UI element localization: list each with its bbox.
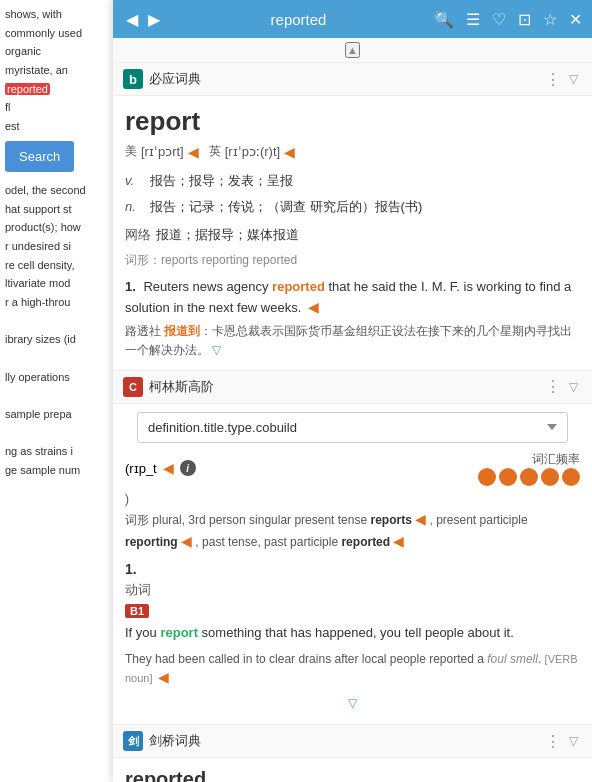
bing-definitions: v. 报告；报导；发表；呈报 n. 报告；记录；传说；（调查 研究后的）报告(书… [125, 168, 580, 248]
close-icon-button[interactable]: ✕ [567, 8, 584, 31]
image-icon-button[interactable]: ⊡ [516, 8, 533, 31]
audio-reported-button[interactable]: ◀ [393, 533, 404, 549]
bing-menu-button[interactable]: ⋮ [541, 70, 565, 89]
cobuild-example-audio-button[interactable]: ◀ [158, 669, 169, 685]
audio-example-button[interactable]: ◀ [308, 299, 319, 315]
bing-collapse-button[interactable]: ▽ [565, 72, 582, 86]
sense-block-1: 1. 动词 B1 If you report something that ha… [125, 561, 580, 688]
menu-icon-button[interactable]: ☰ [464, 8, 482, 31]
bg-line: ng as strains i [5, 442, 108, 461]
collapse-row: ▲ [113, 38, 592, 63]
back-button[interactable]: ◀ [121, 10, 143, 29]
header-icons: 🔍 ☰ ♡ ⊡ ☆ ✕ [432, 8, 584, 31]
bg-line [5, 386, 108, 405]
audio-us-button[interactable]: ◀ [188, 144, 199, 160]
bg-line [5, 349, 108, 368]
background-article: shows, with commonly used organic myrist… [0, 0, 113, 782]
bg-line [5, 424, 108, 443]
cobuild-example-text: They had been called in to clear drains … [125, 650, 580, 688]
forward-button[interactable]: ▶ [143, 10, 165, 29]
cobuild-dropdown-wrapper: definition.title.type.cobuild [113, 404, 592, 451]
paren-close: ) [125, 492, 580, 506]
cambridge-word: reported [125, 768, 580, 782]
level-badge-b1: B1 [125, 604, 149, 618]
cobuild-logo: C [123, 377, 143, 397]
example-cn: 路透社 报道到：卡恩总裁表示国际货币基金组织正设法在接下来的几个星期内寻找出一个… [125, 322, 580, 360]
freq-dot-5 [562, 468, 580, 486]
phonetic-us: 美 [rɪˈpɔrt] ◀ [125, 143, 199, 160]
bg-reported-highlight: reported [5, 83, 50, 95]
bing-logo: b [123, 69, 143, 89]
search-button[interactable]: Search [5, 141, 74, 172]
bing-dict-section: b 必应词典 ⋮ ▽ report 美 [rɪˈpɔrt] ◀ 英 [rɪˈpɔ… [113, 63, 592, 371]
cobuild-section-header: C 柯林斯高阶 ⋮ ▽ [113, 371, 592, 404]
cambridge-logo: 剑 [123, 731, 143, 751]
bing-section-title: 必应词典 [149, 70, 541, 88]
phonetic-uk: 英 [rɪˈpɔː(r)t] ◀ [209, 143, 295, 160]
bg-line: ibrary sizes (id [5, 330, 108, 349]
cobuild-def-text: If you report something that has happene… [125, 623, 580, 644]
bing-example: 1. Reuters news agency reported that he … [125, 277, 580, 360]
cambridge-section: 剑 剑桥词典 ⋮ ▽ reported adjective [ before n… [113, 725, 592, 782]
cobuild-section: C 柯林斯高阶 ⋮ ▽ definition.title.type.cobuil… [113, 371, 592, 725]
bing-phonetics: 美 [rɪˈpɔrt] ◀ 英 [rɪˈpɔː(r)t] ◀ [125, 143, 580, 160]
freq-dot-2 [499, 468, 517, 486]
def-row-n: n. 报告；记录；传说；（调查 研究后的）报告(书) [125, 194, 580, 220]
bg-line: ltivariate mod [5, 274, 108, 293]
info-icon: i [180, 460, 196, 476]
bg-line: hat support st [5, 200, 108, 219]
cobuild-pron-left: (rɪp_t ◀ i [125, 460, 196, 476]
bg-line: ge sample num [5, 461, 108, 480]
def-row-v: v. 报告；报导；发表；呈报 [125, 168, 580, 194]
cobuild-expand-row: ▽ [125, 692, 580, 714]
bing-section-header: b 必应词典 ⋮ ▽ [113, 63, 592, 96]
cobuild-menu-button[interactable]: ⋮ [541, 377, 565, 396]
star-icon-button[interactable]: ☆ [541, 8, 559, 31]
bg-line: re cell density, [5, 256, 108, 275]
cobuild-pronunciation-row: (rɪp_t ◀ i 词汇频率 [125, 451, 580, 486]
cobuild-section-title: 柯林斯高阶 [149, 378, 541, 396]
bg-line [5, 312, 108, 331]
expand-button[interactable]: ▽ [212, 343, 221, 357]
bg-line: shows, with commonly used organic [5, 5, 108, 61]
bg-line: r a high-throu [5, 293, 108, 312]
heart-icon-button[interactable]: ♡ [490, 8, 508, 31]
cambridge-section-title: 剑桥词典 [149, 732, 541, 750]
cobuild-audio-button[interactable]: ◀ [163, 460, 174, 476]
audio-uk-button[interactable]: ◀ [284, 144, 295, 160]
audio-reports-button[interactable]: ◀ [415, 511, 426, 527]
collapse-up-button[interactable]: ▲ [345, 42, 360, 58]
network-row: 网络 报道；据报导；媒体报道 [125, 222, 580, 248]
search-icon-button[interactable]: 🔍 [432, 8, 456, 31]
audio-reporting-button[interactable]: ◀ [181, 533, 192, 549]
freq-area: 词汇频率 [478, 451, 580, 486]
cobuild-expand-button[interactable]: ▽ [348, 696, 357, 710]
panel-body[interactable]: ▲ b 必应词典 ⋮ ▽ report 美 [rɪˈpɔrt] ◀ [113, 38, 592, 782]
cambridge-menu-button[interactable]: ⋮ [541, 732, 565, 751]
bg-line: fl [5, 98, 108, 117]
cobuild-content: (rɪp_t ◀ i 词汇频率 [113, 451, 592, 724]
freq-dot-4 [541, 468, 559, 486]
bg-line: r undesired si [5, 237, 108, 256]
bg-line: odel, the second [5, 181, 108, 200]
bing-word-title: report [125, 106, 580, 137]
panel-header: ◀ ▶ reported 🔍 ☰ ♡ ⊡ ☆ ✕ [113, 0, 592, 38]
cobuild-collapse-button[interactable]: ▽ [565, 380, 582, 394]
related-words: 词形：reports reporting reported [125, 252, 580, 269]
cambridge-collapse-button[interactable]: ▽ [565, 734, 582, 748]
word-forms: 词形 plural, 3rd person singular present t… [125, 510, 580, 553]
bg-line: product(s); how [5, 218, 108, 237]
cambridge-section-header: 剑 剑桥词典 ⋮ ▽ [113, 725, 592, 758]
bg-line: sample prepa [5, 405, 108, 424]
cobuild-definition-dropdown[interactable]: definition.title.type.cobuild [137, 412, 568, 443]
bg-line: lly operations [5, 368, 108, 387]
dictionary-panel: ◀ ▶ reported 🔍 ☰ ♡ ⊡ ☆ ✕ ▲ b 必应词典 ⋮ ▽ [113, 0, 592, 782]
bg-line: myristate, an [5, 61, 108, 80]
bg-line: est [5, 117, 108, 136]
bing-content: report 美 [rɪˈpɔrt] ◀ 英 [rɪˈpɔː(r)t] ◀ [113, 96, 592, 370]
frequency-dots [478, 468, 580, 486]
cambridge-content: reported adjective [ before noun ] UK ◀ … [113, 758, 592, 782]
freq-dot-3 [520, 468, 538, 486]
panel-title: reported [165, 11, 432, 28]
freq-dot-1 [478, 468, 496, 486]
